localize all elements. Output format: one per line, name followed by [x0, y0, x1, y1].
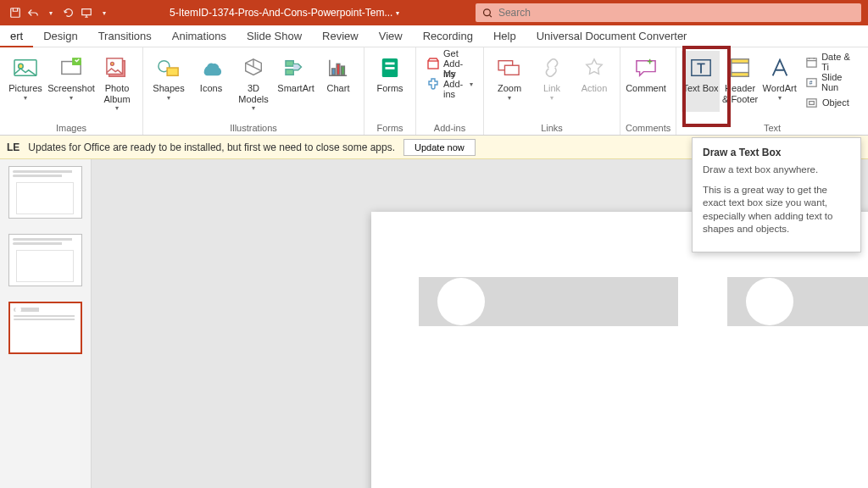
svg-rect-31 — [810, 101, 815, 104]
link-button[interactable]: Link — [531, 51, 572, 102]
svg-rect-13 — [286, 69, 293, 75]
tab-insert[interactable]: ert — [0, 25, 33, 47]
tab-slideshow[interactable]: Slide Show — [236, 25, 312, 47]
slide-number-button[interactable]: # Slide Nun — [800, 73, 863, 92]
object-button[interactable]: Object — [800, 93, 863, 112]
shapes-icon — [155, 54, 182, 81]
search-box[interactable] — [476, 3, 861, 22]
group-images-label: Images — [5, 121, 137, 133]
shapes-button[interactable]: Shapes — [148, 51, 189, 112]
thumbnail-3[interactable] — [8, 302, 82, 354]
tab-recording[interactable]: Recording — [413, 25, 483, 47]
search-input[interactable] — [498, 7, 855, 19]
svg-rect-12 — [286, 61, 293, 66]
update-now-button[interactable]: Update now — [403, 139, 476, 156]
pictures-icon — [12, 54, 39, 81]
tab-view[interactable]: View — [369, 25, 413, 47]
svg-rect-1 — [81, 9, 91, 15]
header-footer-button[interactable]: Header & Footer — [721, 51, 760, 112]
tooltip-title: Draw a Text Box — [703, 147, 850, 158]
redo-icon[interactable] — [62, 7, 75, 19]
tab-design[interactable]: Design — [33, 25, 87, 47]
smartart-button[interactable]: SmartArt — [275, 51, 316, 112]
zoom-button[interactable]: Zoom — [489, 51, 530, 102]
comment-button[interactable]: Comment — [626, 51, 666, 94]
thumbnail-1[interactable] — [8, 166, 82, 219]
undo-icon[interactable] — [26, 7, 39, 19]
forms-button[interactable]: Forms — [370, 51, 410, 94]
photo-album-icon — [103, 54, 131, 81]
3dmodels-icon — [240, 54, 267, 81]
document-title: 5-ItemID-1374-Pros-And-Cons-Powerpoint-T… — [170, 7, 399, 19]
my-addins-button[interactable]: My Add-ins▾ — [421, 75, 478, 93]
date-icon — [805, 55, 818, 69]
group-illustrations-label: Illustrations — [148, 121, 359, 133]
action-icon — [581, 54, 608, 81]
svg-rect-14 — [332, 69, 336, 75]
group-comments-label: Comments — [626, 121, 670, 133]
svg-text:#: # — [810, 80, 813, 86]
addin-icon — [426, 77, 440, 91]
slide[interactable] — [371, 212, 868, 488]
slidenum-icon: # — [805, 75, 818, 89]
3dmodels-button[interactable]: 3D Models — [233, 51, 274, 112]
textbox-button[interactable]: Text Box — [682, 51, 720, 112]
svg-point-2 — [484, 8, 491, 15]
group-text-label: Text — [682, 121, 863, 133]
tab-animations[interactable]: Animations — [162, 25, 236, 47]
zoom-icon — [496, 54, 523, 81]
date-time-button[interactable]: Date & Ti — [800, 53, 863, 71]
quick-access-toolbar: ▾ ▾ — [0, 7, 119, 19]
svg-rect-30 — [807, 98, 816, 106]
svg-rect-16 — [342, 66, 345, 75]
autosave-icon[interactable] — [8, 7, 21, 19]
shape-bar-1[interactable] — [419, 277, 678, 326]
group-links-label: Links — [489, 121, 615, 133]
tab-transitions[interactable]: Transitions — [88, 25, 162, 47]
pictures-button[interactable]: Pictures — [5, 51, 46, 112]
header-icon — [726, 54, 754, 81]
tooltip-line1: Draw a text box anywhere. — [703, 164, 850, 177]
svg-rect-19 — [385, 67, 394, 69]
dropdown-icon[interactable]: ▾ — [44, 7, 57, 19]
photo-album-button[interactable]: Photo Album — [97, 51, 137, 112]
textbox-tooltip: Draw a Text Box Draw a text box anywhere… — [692, 137, 861, 252]
tab-help[interactable]: Help — [483, 25, 526, 47]
screenshot-icon — [58, 54, 85, 81]
wordart-button[interactable]: WordArt — [760, 51, 798, 112]
svg-point-9 — [111, 63, 114, 66]
smartart-icon — [282, 54, 309, 81]
thumbnail-2[interactable] — [8, 234, 82, 286]
start-slideshow-icon[interactable] — [80, 7, 92, 19]
slide-thumbnails[interactable] — [0, 159, 92, 488]
svg-rect-27 — [807, 58, 816, 66]
object-icon — [805, 96, 819, 109]
icons-button[interactable]: Icons — [191, 51, 231, 112]
svg-rect-22 — [504, 65, 519, 75]
svg-rect-11 — [167, 68, 178, 75]
qat-more-icon[interactable]: ▾ — [97, 7, 110, 19]
store-icon — [426, 57, 440, 70]
link-icon — [538, 54, 565, 81]
action-button[interactable]: Action — [574, 51, 615, 102]
search-icon — [482, 8, 492, 19]
ribbon-tabs: ert Design Transitions Animations Slide … — [0, 25, 868, 47]
title-bar: ▾ ▾ 5-ItemID-1374-Pros-And-Cons-Powerpoi… — [0, 0, 868, 25]
tab-udc[interactable]: Universal Document Converter — [526, 25, 698, 47]
tooltip-line2: This is a great way to get the exact tex… — [703, 184, 850, 236]
chart-icon — [325, 54, 352, 81]
chart-button[interactable]: Chart — [318, 51, 359, 112]
msg-text: Updates for Office are ready to be insta… — [28, 141, 395, 153]
svg-rect-25 — [732, 59, 748, 64]
svg-rect-26 — [732, 73, 748, 77]
svg-rect-0 — [10, 8, 19, 18]
msg-prefix: LE — [7, 141, 19, 153]
tab-review[interactable]: Review — [312, 25, 369, 47]
group-forms-label: Forms — [370, 121, 410, 133]
svg-rect-20 — [428, 61, 438, 69]
comment-icon — [632, 54, 659, 81]
wordart-icon — [766, 54, 793, 81]
svg-rect-18 — [385, 63, 394, 65]
shape-bar-2[interactable] — [727, 277, 868, 326]
screenshot-button[interactable]: Screenshot — [47, 51, 95, 112]
